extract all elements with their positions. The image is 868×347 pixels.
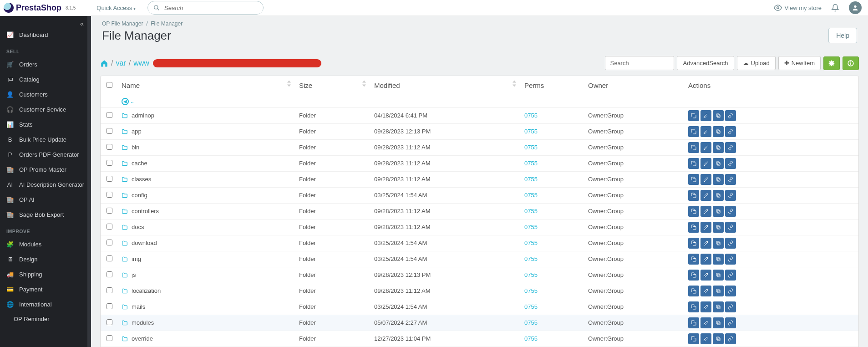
file-name-cell[interactable]: controllers: [122, 208, 292, 214]
table-row[interactable]: controllersFolder09/28/2023 11:12 AM0755…: [101, 203, 858, 219]
action-edit-button[interactable]: [700, 333, 711, 344]
col-perms[interactable]: Perms: [521, 76, 584, 95]
sidebar-item-modules[interactable]: 🧩Modules: [0, 237, 91, 252]
global-search[interactable]: [147, 1, 264, 15]
sidebar-item-design[interactable]: 🖥Design: [0, 252, 91, 267]
row-checkbox[interactable]: [107, 271, 112, 277]
file-search-input[interactable]: [605, 56, 674, 70]
table-row[interactable]: jsFolder09/28/2023 12:13 PM0755Owner:Gro…: [101, 267, 858, 283]
sidebar-item-international[interactable]: 🌐International: [0, 297, 91, 312]
advanced-search-button[interactable]: AdvancedSearch: [677, 56, 734, 70]
action-edit-button[interactable]: [700, 286, 711, 296]
file-name-cell[interactable]: download: [122, 240, 292, 246]
file-name-cell[interactable]: cache: [122, 160, 292, 167]
action-edit-button[interactable]: [700, 174, 711, 185]
action-link-button[interactable]: [725, 158, 736, 169]
sidebar-item-sage-bob-export[interactable]: 🏬Sage Bob Export: [0, 207, 91, 222]
col-name[interactable]: Name: [118, 76, 295, 95]
table-row[interactable]: localizationFolder09/28/2023 11:12 AM075…: [101, 283, 858, 299]
action-copy-button[interactable]: [688, 301, 699, 312]
table-row[interactable]: appFolder09/28/2023 12:13 PM0755Owner:Gr…: [101, 123, 858, 139]
table-row[interactable]: modulesFolder05/07/2024 2:27 AM0755Owner…: [101, 315, 858, 331]
action-edit-button[interactable]: [700, 190, 711, 201]
table-row[interactable]: downloadFolder03/25/2024 1:54 AM0755Owne…: [101, 235, 858, 251]
action-link-button[interactable]: [725, 222, 736, 233]
file-perms-link[interactable]: 0755: [524, 208, 538, 214]
settings-button[interactable]: [823, 56, 840, 70]
file-perms-link[interactable]: 0755: [524, 335, 538, 342]
action-link-button[interactable]: [725, 286, 736, 296]
new-item-button[interactable]: ✚ NewItem: [778, 56, 821, 70]
table-row[interactable]: cacheFolder09/28/2023 11:12 AM0755Owner:…: [101, 155, 858, 171]
action-duplicate-button[interactable]: [713, 238, 724, 249]
sidebar-sub-op-reminder[interactable]: OP Reminder: [0, 312, 91, 326]
sidebar-item-customer-service[interactable]: 🎧Customer Service: [0, 102, 91, 117]
path-seg-www[interactable]: www: [133, 59, 149, 67]
sidebar-collapse-button[interactable]: «: [0, 16, 91, 27]
file-perms-link[interactable]: 0755: [524, 255, 538, 262]
file-perms-link[interactable]: 0755: [524, 319, 538, 326]
col-modified[interactable]: Modified: [371, 76, 521, 95]
file-perms-link[interactable]: 0755: [524, 176, 538, 183]
help-button[interactable]: Help: [828, 28, 857, 43]
action-duplicate-button[interactable]: [713, 301, 724, 312]
action-edit-button[interactable]: [700, 206, 711, 217]
action-duplicate-button[interactable]: [713, 206, 724, 217]
row-checkbox[interactable]: [107, 176, 112, 182]
sidebar-item-dashboard[interactable]: 📈 Dashboard: [0, 27, 91, 42]
parent-dir-row[interactable]: ◀ ..: [101, 95, 858, 108]
file-name-cell[interactable]: mails: [122, 303, 292, 310]
file-perms-link[interactable]: 0755: [524, 144, 538, 151]
file-perms-link[interactable]: 0755: [524, 128, 538, 135]
action-edit-button[interactable]: [700, 254, 711, 265]
sidebar-item-customers[interactable]: 👤Customers: [0, 87, 91, 102]
sidebar-item-op-ai[interactable]: 🏬OP AI: [0, 192, 91, 207]
file-name-cell[interactable]: js: [122, 271, 292, 278]
row-checkbox[interactable]: [107, 287, 112, 293]
action-edit-button[interactable]: [700, 110, 711, 121]
action-copy-button[interactable]: [688, 174, 699, 185]
action-duplicate-button[interactable]: [713, 190, 724, 201]
action-link-button[interactable]: [725, 317, 736, 328]
file-name-cell[interactable]: classes: [122, 176, 292, 183]
row-checkbox[interactable]: [107, 255, 112, 261]
row-checkbox[interactable]: [107, 160, 112, 166]
table-row[interactable]: adminopFolder04/18/2024 6:41 PM0755Owner…: [101, 107, 858, 123]
row-checkbox[interactable]: [107, 240, 112, 245]
action-link-button[interactable]: [725, 301, 736, 312]
action-duplicate-button[interactable]: [713, 142, 724, 153]
info-button[interactable]: [843, 56, 859, 70]
action-duplicate-button[interactable]: [713, 254, 724, 265]
action-duplicate-button[interactable]: [713, 110, 724, 121]
file-name-cell[interactable]: config: [122, 192, 292, 199]
table-row[interactable]: mailsFolder03/25/2024 1:54 AM0755Owner:G…: [101, 299, 858, 315]
sidebar-item-payment[interactable]: 💳Payment: [0, 282, 91, 297]
sidebar-item-orders[interactable]: 🛒Orders: [0, 57, 91, 72]
sidebar-scrollbar[interactable]: [87, 16, 91, 347]
view-store-link[interactable]: View my store: [774, 4, 822, 12]
file-name-cell[interactable]: app: [122, 128, 292, 135]
action-copy-button[interactable]: [688, 158, 699, 169]
file-name-cell[interactable]: img: [122, 255, 292, 262]
select-all-checkbox[interactable]: [107, 82, 112, 88]
action-copy-button[interactable]: [688, 142, 699, 153]
action-copy-button[interactable]: [688, 126, 699, 137]
action-link-button[interactable]: [725, 270, 736, 281]
row-checkbox[interactable]: [107, 144, 112, 150]
brand-logo[interactable]: PrestaShop 8.1.5: [4, 3, 76, 13]
action-copy-button[interactable]: [688, 333, 699, 344]
action-edit-button[interactable]: [700, 238, 711, 249]
col-owner[interactable]: Owner: [584, 76, 685, 95]
action-link-button[interactable]: [725, 333, 736, 344]
file-perms-link[interactable]: 0755: [524, 192, 538, 199]
file-name-cell[interactable]: docs: [122, 224, 292, 230]
notifications-button[interactable]: [831, 3, 840, 12]
action-copy-button[interactable]: [688, 254, 699, 265]
action-duplicate-button[interactable]: [713, 158, 724, 169]
sidebar-item-shipping[interactable]: 🚚Shipping: [0, 267, 91, 282]
action-duplicate-button[interactable]: [713, 174, 724, 185]
file-name-cell[interactable]: bin: [122, 144, 292, 151]
file-perms-link[interactable]: 0755: [524, 224, 538, 230]
table-row[interactable]: overrideFolder12/27/2023 11:04 PM0755Own…: [101, 331, 858, 347]
sidebar-item-orders-pdf-generator[interactable]: POrders PDF Generator: [0, 147, 91, 162]
